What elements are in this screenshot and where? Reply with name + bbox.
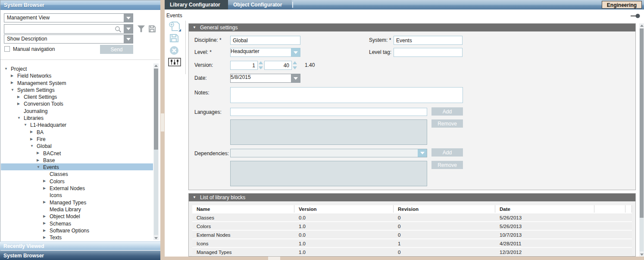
engineering-button[interactable]: Engineering [602, 1, 642, 9]
tree-item-media-library[interactable]: Media Library [1, 206, 153, 213]
search-history-dropdown-icon[interactable] [124, 25, 133, 33]
tree-item-external-nodes[interactable]: ▶External Nodes [1, 185, 153, 191]
chevron-down-icon[interactable]: ▼ [24, 122, 30, 128]
languages-remove-button[interactable]: Remove [431, 119, 463, 128]
tree-item-icons[interactable]: Icons [1, 191, 153, 198]
discipline-field[interactable] [230, 36, 300, 45]
languages-add-button[interactable]: Add [431, 107, 463, 116]
chevron-down-icon[interactable]: ▼ [17, 115, 24, 122]
search-input[interactable] [5, 25, 113, 33]
chevron-right-icon[interactable]: ▶ [11, 79, 17, 86]
panel-splitter-handle[interactable] [161, 113, 164, 132]
chevron-right-icon[interactable]: ▶ [30, 136, 37, 143]
tree-item-l1-headquarter[interactable]: ▼L1-Headquarter [1, 121, 153, 128]
chevron-down-icon[interactable]: ▼ [37, 164, 43, 171]
chevron-right-icon[interactable]: ▶ [37, 157, 43, 164]
tree-scrollbar-track[interactable] [154, 150, 158, 235]
table-row-colors[interactable]: Colors1.005/26/2013 [192, 222, 632, 231]
version-major-input[interactable] [230, 61, 258, 70]
chevron-right-icon[interactable]: ▶ [43, 185, 50, 192]
view-selector[interactable]: Management View [4, 13, 133, 22]
tree-item-field-networks[interactable]: ▶Field Networks [1, 72, 153, 79]
chevron-down-icon[interactable] [291, 74, 300, 82]
column-header-version[interactable]: Version [294, 205, 394, 213]
column-header-empty[interactable] [594, 205, 625, 213]
send-button[interactable]: Send [100, 45, 133, 54]
pin-icon[interactable] [630, 13, 641, 19]
collapse-icon[interactable]: ▼ [193, 24, 196, 31]
tree-item-bacnet[interactable]: ▶BACnet [1, 150, 153, 157]
chevron-right-icon[interactable]: ▶ [43, 199, 50, 206]
tree-item-ba[interactable]: ▶BA [1, 128, 153, 135]
tree-item-schemas[interactable]: ▶Schemas [1, 220, 153, 227]
chevron-right-icon[interactable]: ▶ [43, 220, 50, 227]
tree-item-classes[interactable]: Classes [1, 170, 153, 177]
main-scrollbar[interactable] [639, 23, 644, 257]
manual-navigation-checkbox[interactable] [4, 46, 10, 52]
languages-input[interactable] [230, 108, 427, 116]
scroll-up-icon[interactable] [639, 23, 644, 28]
library-blocks-header[interactable]: ▼ List of library blocks [189, 194, 635, 201]
system-field[interactable] [394, 36, 463, 45]
collapse-icon[interactable]: ▼ [193, 194, 196, 201]
chevron-down-icon[interactable] [124, 14, 133, 22]
table-row-icons[interactable]: Icons1.014/28/2011 [192, 239, 632, 248]
tree-item-libraries[interactable]: ▼Libraries [1, 114, 153, 121]
chevron-down-icon[interactable] [124, 35, 133, 43]
column-header-empty[interactable] [625, 205, 632, 213]
tree-item-system-settings[interactable]: ▼System Settings [1, 86, 153, 93]
table-row-classes[interactable]: Classes0.005/26/2013 [192, 213, 632, 222]
tree-item-client-settings[interactable]: ▶Client Settings [1, 93, 153, 100]
column-header-date[interactable]: Date [495, 205, 594, 213]
tree-item-object-model[interactable]: ▶Object Model [1, 213, 153, 219]
tab-library-configurator[interactable]: Library Configurator [165, 0, 228, 9]
chevron-down-icon[interactable] [418, 149, 427, 157]
tree-item-conversion-tools[interactable]: ▶Conversion Tools [1, 100, 153, 107]
tree-item-colors[interactable]: ▶Colors [1, 178, 153, 185]
dependencies-remove-button[interactable]: Remove [431, 161, 463, 169]
chevron-down-icon[interactable]: ▼ [30, 143, 37, 150]
main-scrollbar-track[interactable] [640, 218, 644, 251]
horizontal-scrollbar-thumb[interactable] [268, 257, 280, 260]
system-browser-bar[interactable]: System Browser [0, 251, 160, 260]
tree-item-journaling[interactable]: Journaling [1, 107, 153, 114]
table-row-managed-types[interactable]: Managed Types1.0012/3/2012 [192, 248, 632, 257]
display-mode-selector[interactable]: Show Description [4, 34, 133, 44]
tree-item-events[interactable]: ▼Events [1, 163, 153, 170]
general-settings-header[interactable]: ▼ General settings [189, 24, 635, 31]
languages-listbox[interactable] [230, 119, 427, 145]
chevron-right-icon[interactable]: ▶ [17, 94, 24, 100]
chevron-right-icon[interactable]: ▶ [30, 128, 37, 135]
version-minor-input[interactable] [264, 61, 292, 70]
dependencies-dropdown[interactable] [230, 149, 427, 157]
tree-scrollbar-thumb[interactable] [154, 69, 158, 150]
chevron-down-icon[interactable] [291, 48, 300, 56]
chevron-right-icon[interactable]: ▶ [11, 72, 17, 79]
level-tag-field[interactable] [394, 48, 463, 57]
save-icon[interactable] [169, 34, 179, 43]
dependencies-add-button[interactable]: Add [431, 148, 463, 157]
chevron-right-icon[interactable]: ▶ [37, 150, 43, 157]
tab-object-configurator[interactable]: Object Configurator [228, 0, 292, 9]
horizontal-scrollbar[interactable] [165, 257, 644, 260]
chevron-right-icon[interactable]: ▶ [43, 213, 50, 220]
tree-item-global[interactable]: ▼Global [1, 142, 153, 149]
tree-item-managed-types[interactable]: ▶Managed Types [1, 199, 153, 206]
scroll-down-icon[interactable] [639, 252, 644, 257]
save-filter-icon[interactable] [148, 25, 156, 33]
chevron-right-icon[interactable]: ▶ [43, 178, 50, 185]
new-document-icon[interactable] [169, 21, 181, 32]
filter-settings-icon[interactable] [168, 58, 181, 66]
date-dropdown[interactable]: 5/8/2015 [230, 74, 300, 83]
chevron-right-icon[interactable]: ▶ [17, 100, 24, 107]
chevron-down-icon[interactable]: ▼ [11, 87, 17, 94]
tree-item-texts[interactable]: ▶Texts [1, 234, 153, 241]
main-scrollbar-thumb[interactable] [640, 28, 644, 218]
column-header-revision[interactable]: Revision [394, 205, 495, 213]
tree-scrollbar[interactable] [153, 63, 159, 240]
tree-item-fire[interactable]: ▶Fire [1, 135, 153, 142]
version-major-stepper[interactable] [259, 61, 263, 70]
version-minor-stepper[interactable] [293, 61, 297, 70]
tree-item-project[interactable]: ▼Project [1, 65, 153, 72]
table-row-external-nodes[interactable]: External Nodes0.0010/7/2013 [192, 231, 632, 239]
